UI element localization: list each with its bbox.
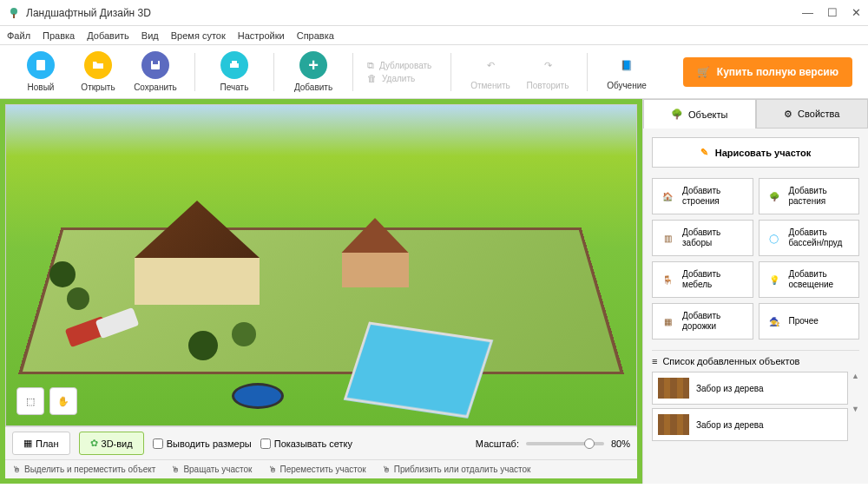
objects-tab[interactable]: 🌳Объекты	[643, 99, 756, 129]
status-zoom[interactable]: 🖱Приблизить или отдалить участок	[382, 465, 531, 474]
mouse-icon: 🖱	[12, 465, 21, 474]
show-dims-checkbox[interactable]: Выводить размеры	[153, 438, 252, 449]
add-button[interactable]: + Добавить	[288, 51, 339, 92]
viewport: ⬚ ✋ ▦План ✿3D-вид Выводить размеры Показ…	[0, 99, 642, 484]
scale-value: 80%	[611, 438, 630, 449]
path-icon: ▦	[658, 312, 677, 331]
chair-icon: 🪑	[658, 270, 677, 289]
svg-rect-5	[230, 63, 239, 68]
cart-icon: 🛒	[697, 66, 710, 78]
leaf-icon: ✿	[90, 438, 98, 449]
save-icon	[141, 51, 169, 79]
add-paths-button[interactable]: ▦Добавить дорожки	[652, 303, 753, 339]
cube-icon: ⬚	[26, 396, 35, 407]
object-list-item[interactable]: Забор из дерева	[652, 408, 848, 441]
save-button[interactable]: Сохранить	[130, 51, 181, 92]
menubar: Файл Правка Добавить Вид Время суток Нас…	[0, 26, 868, 45]
window-title: Ландшафтный Дизайн 3D	[26, 7, 802, 19]
chevron-up-icon: ▲	[852, 372, 859, 380]
fence-thumb	[658, 414, 689, 435]
menu-help[interactable]: Справка	[297, 30, 334, 41]
gear-icon: ⚙	[784, 109, 792, 120]
pencil-icon: ✎	[700, 147, 708, 158]
draw-plot-button[interactable]: ✎Нарисовать участок	[652, 137, 859, 168]
object-list-item[interactable]: Забор из дерева	[652, 372, 848, 405]
status-rotate[interactable]: 🖱Вращать участок	[171, 465, 252, 474]
pool-icon: ◯	[765, 228, 784, 247]
trash-icon: 🗑	[367, 73, 377, 83]
undo-icon: ↶	[478, 53, 503, 77]
lamp-icon: 💡	[765, 270, 784, 289]
add-buildings-button[interactable]: 🏠Добавить строения	[652, 178, 753, 214]
close-button[interactable]: ✕	[852, 6, 861, 19]
copy-icon: ⧉	[367, 60, 374, 71]
status-bar: 🖱Выделить и переместить объект 🖱Вращать …	[5, 459, 637, 478]
hand-icon: ✋	[57, 396, 69, 407]
svg-point-0	[10, 8, 17, 15]
print-icon	[220, 51, 248, 79]
buy-button[interactable]: 🛒 Купить полную версию	[683, 57, 852, 87]
scrollbar[interactable]: ▲▼	[852, 372, 859, 441]
3d-tab[interactable]: ✿3D-вид	[79, 432, 144, 455]
fence-icon: ▥	[658, 228, 677, 247]
svg-rect-1	[13, 14, 15, 18]
svg-rect-2	[36, 60, 45, 70]
menu-time[interactable]: Время суток	[171, 30, 226, 41]
file-icon	[27, 51, 55, 79]
chevron-down-icon: ▼	[852, 405, 859, 413]
status-select[interactable]: 🖱Выделить и переместить объект	[12, 465, 155, 474]
folder-icon	[84, 51, 112, 79]
plan-icon: ▦	[23, 438, 32, 449]
show-grid-checkbox[interactable]: Показывать сетку	[260, 438, 352, 449]
properties-tab[interactable]: ⚙Свойства	[756, 99, 869, 129]
toolbar: Новый Открыть Сохранить Печать + Добавит…	[0, 45, 868, 99]
mouse-icon: 🖱	[382, 465, 391, 474]
menu-add[interactable]: Добавить	[87, 30, 129, 41]
mouse-icon: 🖱	[171, 465, 180, 474]
status-move[interactable]: 🖱Переместить участок	[268, 465, 366, 474]
redo-icon: ↷	[536, 53, 560, 77]
new-button[interactable]: Новый	[16, 51, 66, 92]
redo-button[interactable]: ↷ Повторить	[523, 53, 573, 90]
orbit-button[interactable]: ⬚	[16, 387, 44, 415]
add-misc-button[interactable]: 🧙Прочее	[759, 303, 860, 339]
menu-file[interactable]: Файл	[7, 30, 30, 41]
titlebar: Ландшафтный Дизайн 3D — ☐ ✕	[0, 0, 868, 26]
tree-icon: 🌳	[671, 109, 683, 120]
add-plants-button[interactable]: 🌳Добавить растения	[759, 178, 860, 214]
open-button[interactable]: Открыть	[73, 51, 123, 92]
app-icon	[7, 6, 21, 20]
svg-rect-4	[153, 61, 158, 64]
print-button[interactable]: Печать	[209, 51, 260, 92]
menu-view[interactable]: Вид	[141, 30, 159, 41]
3d-canvas[interactable]: ⬚ ✋	[5, 104, 637, 426]
add-fences-button[interactable]: ▥Добавить заборы	[652, 220, 753, 256]
tutorial-button[interactable]: 📘 Обучение	[602, 53, 652, 90]
mouse-icon: 🖱	[268, 465, 277, 474]
view-bar: ▦План ✿3D-вид Выводить размеры Показыват…	[5, 426, 637, 459]
scale-slider[interactable]	[526, 442, 604, 445]
menu-settings[interactable]: Настройки	[238, 30, 285, 41]
minimize-button[interactable]: —	[802, 6, 813, 19]
fence-thumb	[658, 378, 689, 399]
house-icon: 🏠	[658, 187, 677, 206]
layers-icon: ≡	[652, 356, 657, 366]
undo-button[interactable]: ↶ Отменить	[465, 53, 516, 90]
object-list-header: ≡Список добавленных объектов	[652, 350, 859, 372]
plan-tab[interactable]: ▦План	[12, 432, 70, 455]
add-furniture-button[interactable]: 🪑Добавить мебель	[652, 261, 753, 298]
pan-button[interactable]: ✋	[49, 387, 77, 415]
duplicate-button[interactable]: ⧉Дублировать 🗑Удалить	[367, 60, 437, 83]
menu-edit[interactable]: Правка	[43, 30, 75, 41]
gnome-icon: 🧙	[765, 312, 784, 331]
side-panel: 🌳Объекты ⚙Свойства ✎Нарисовать участок 🏠…	[642, 99, 868, 484]
scale-label: Масштаб:	[476, 438, 519, 449]
maximize-button[interactable]: ☐	[827, 6, 838, 19]
svg-rect-6	[232, 61, 237, 63]
book-icon: 📘	[615, 53, 639, 77]
tree-icon: 🌳	[765, 187, 784, 206]
add-pool-button[interactable]: ◯Добавить бассейн/пруд	[759, 220, 860, 256]
add-lighting-button[interactable]: 💡Добавить освещение	[759, 261, 860, 298]
plus-icon: +	[299, 51, 327, 79]
